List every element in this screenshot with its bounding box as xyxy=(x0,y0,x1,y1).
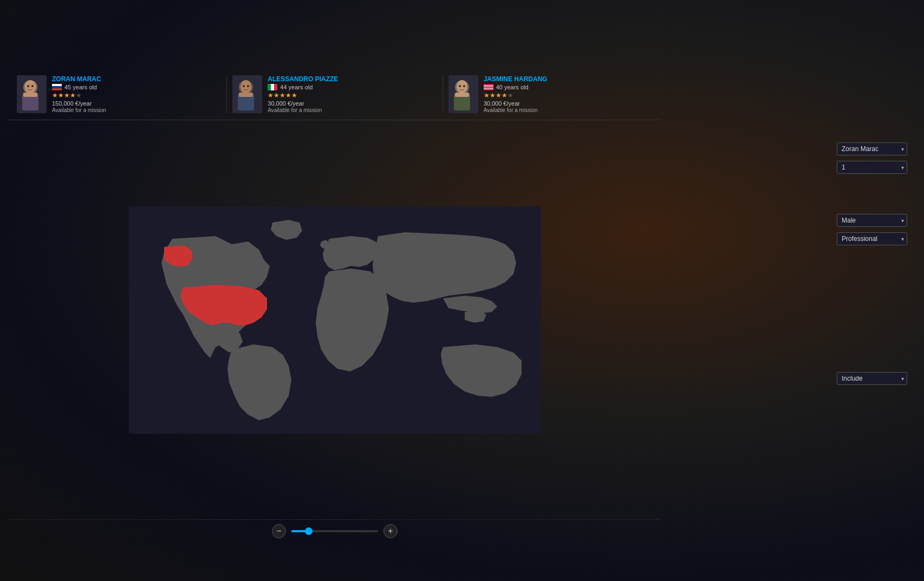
scout-salary-2: 30,000 €/year xyxy=(484,100,653,107)
scout-flag-1 xyxy=(268,84,277,90)
scout-dropdown-wrapper: Zoran Marac xyxy=(837,142,907,155)
scout-card-2[interactable]: JASMINE HARDANG 40 years old ★★★★★ 30,00… xyxy=(448,75,653,113)
svg-point-4 xyxy=(27,85,29,87)
scout-salary-1: 30,000 €/year xyxy=(268,100,437,107)
map-area: ZORAN MARAC 45 years old ★★★★★ 150,000 €… xyxy=(9,69,661,543)
scout-face-1 xyxy=(232,75,259,110)
free-agents-dropdown[interactable]: Include xyxy=(837,372,907,385)
scout-age-0: 45 years old xyxy=(64,84,97,90)
world-map[interactable] xyxy=(129,206,541,434)
scout-info-1: ALESSANDRO PIAZZE 44 years old ★★★★★ 30,… xyxy=(268,75,437,113)
map-container[interactable] xyxy=(9,120,661,519)
scout-age-1: 44 years old xyxy=(280,84,313,90)
main-container: ◀ ▶ MANAGER OAKLAND WORLD NEXT DAY ⚙ ? ♪… xyxy=(0,0,924,581)
scout-status-2: Available for a mission xyxy=(484,107,653,113)
scout-avatar-0 xyxy=(17,75,47,113)
scout-salary-0: 150,000 €/year xyxy=(52,100,221,107)
scout-face-0 xyxy=(17,75,44,110)
svg-rect-20 xyxy=(455,93,469,97)
zoom-in-button[interactable]: + xyxy=(383,524,398,538)
svg-point-11 xyxy=(243,85,245,87)
duration-dropdown[interactable]: 1 xyxy=(837,161,907,174)
svg-point-12 xyxy=(247,85,249,87)
duration-dropdown-wrapper: 1 xyxy=(837,161,907,174)
zoom-slider[interactable] xyxy=(291,530,378,532)
players-status-dropdown-wrapper: Professional xyxy=(837,232,907,245)
scout-stars-2: ★★★★★ xyxy=(484,92,653,99)
svg-point-19 xyxy=(463,85,465,87)
scout-avatar-2 xyxy=(448,75,478,113)
scouts-row: ZORAN MARAC 45 years old ★★★★★ 150,000 €… xyxy=(9,69,661,120)
svg-rect-13 xyxy=(239,93,253,97)
scout-face-2 xyxy=(448,75,476,110)
divider-2 xyxy=(443,75,443,113)
gender-dropdown[interactable]: Male xyxy=(837,214,907,227)
scout-age-row-2: 40 years old xyxy=(484,84,653,90)
map-zoom-row: − + xyxy=(9,519,661,543)
svg-point-10 xyxy=(240,80,251,93)
svg-point-17 xyxy=(457,80,467,93)
scout-card-0[interactable]: ZORAN MARAC 45 years old ★★★★★ 150,000 €… xyxy=(17,75,221,113)
scout-name-0: ZORAN MARAC xyxy=(52,75,221,83)
scout-name-2: JASMINE HARDANG xyxy=(484,75,653,83)
scout-age-row-1: 44 years old xyxy=(268,84,437,90)
scout-flag-0 xyxy=(52,84,62,90)
scout-name-1: ALESSANDRO PIAZZE xyxy=(268,75,437,83)
scout-status-1: Available for a mission xyxy=(268,107,437,113)
scout-age-row-0: 45 years old xyxy=(52,84,221,90)
scout-stars-1: ★★★★★ xyxy=(268,92,437,99)
scout-stars-0: ★★★★★ xyxy=(52,92,221,99)
svg-point-5 xyxy=(31,85,34,87)
svg-point-3 xyxy=(25,80,36,93)
scout-dropdown[interactable]: Zoran Marac xyxy=(837,142,907,155)
svg-point-18 xyxy=(459,85,461,87)
zoom-out-button[interactable]: − xyxy=(272,524,286,538)
svg-rect-6 xyxy=(23,93,37,97)
scout-info-2: JASMINE HARDANG 40 years old ★★★★★ 30,00… xyxy=(484,75,653,113)
scout-info-0: ZORAN MARAC 45 years old ★★★★★ 150,000 €… xyxy=(52,75,221,113)
divider-1 xyxy=(226,75,227,113)
scout-status-0: Available for a mission xyxy=(52,107,221,113)
free-agents-dropdown-wrapper: Include xyxy=(837,372,907,385)
scout-flag-2 xyxy=(484,84,493,90)
scout-card-1[interactable]: ALESSANDRO PIAZZE 44 years old ★★★★★ 30,… xyxy=(232,75,437,113)
players-status-dropdown[interactable]: Professional xyxy=(837,232,907,245)
scout-age-2: 40 years old xyxy=(496,84,529,90)
gender-dropdown-wrapper: Male xyxy=(837,214,907,227)
scout-avatar-1 xyxy=(232,75,262,113)
zoom-slider-thumb[interactable] xyxy=(305,527,313,535)
